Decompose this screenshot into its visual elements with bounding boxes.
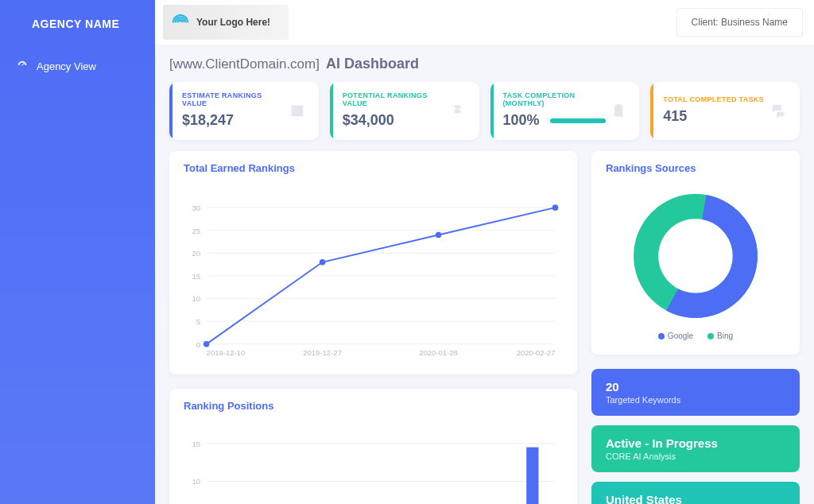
logo-text: Your Logo Here! (196, 17, 270, 28)
tile-status[interactable]: Active - In Progress CORE AI Analysis (591, 425, 800, 472)
card-rankings-sources: Rankings Sources Google Bing (591, 151, 800, 355)
svg-text:2019-12-10: 2019-12-10 (207, 348, 246, 357)
topbar: Your Logo Here! Client: Business Name (155, 0, 814, 45)
tile-label: CORE AI Analysis (606, 452, 785, 461)
svg-point-19 (320, 259, 326, 266)
svg-point-18 (204, 341, 210, 347)
progress-bar (550, 118, 606, 123)
tile-country[interactable]: United States (591, 482, 800, 504)
content: [www.ClientDomain.com] AI Dashboard ESTI… (155, 45, 814, 504)
svg-text:0: 0 (196, 340, 200, 349)
tile-value: Active - In Progress (606, 436, 785, 450)
kpi-label: TASK COMPLETION (MONTHLY) (503, 91, 610, 107)
kpi-label: TOTAL COMPLETED TASKS (663, 95, 764, 103)
legend-item-bing: Bing (707, 331, 733, 340)
svg-text:5: 5 (196, 317, 200, 326)
kpi-estimate-rankings: ESTIMATE RANKINGS VALUE $18,247 (169, 82, 319, 140)
kpi-label: ESTIMATE RANKINGS VALUE (182, 91, 289, 107)
legend-item-google: Google (658, 331, 693, 340)
tile-targeted-keywords[interactable]: 20 Targeted Keywords (591, 369, 800, 416)
svg-text:15: 15 (192, 440, 200, 448)
app-root: AGENCY NAME Agency View Your Logo Here! … (0, 0, 814, 504)
kpi-value: $18,247 (182, 112, 289, 129)
kpi-value-text: 100% (503, 112, 540, 128)
bar-chart: 15 10 (169, 412, 577, 504)
page-title: AI Dashboard (326, 56, 419, 72)
card-title: Rankings Sources (591, 151, 800, 174)
page-title-row: [www.ClientDomain.com] AI Dashboard (169, 56, 800, 72)
sidebar: AGENCY NAME Agency View (0, 0, 155, 504)
calendar-icon (289, 102, 306, 119)
dollar-icon (449, 102, 466, 119)
kpi-value: 100% (503, 112, 610, 129)
card-ranking-positions: Ranking Positions 15 10 (169, 389, 577, 504)
svg-text:10: 10 (192, 294, 200, 303)
gauge-icon (16, 59, 29, 74)
card-title: Total Earned Rankings (169, 151, 577, 174)
svg-text:15: 15 (192, 272, 200, 281)
column-left: Total Earned Rankings (169, 151, 577, 504)
kpi-total-tasks: TOTAL COMPLETED TASKS 415 (650, 82, 800, 140)
donut-chart: Google Bing (591, 174, 800, 355)
kpi-value: 415 (663, 108, 764, 125)
dashboard-grid: Total Earned Rankings (169, 151, 800, 504)
kpi-value: $34,000 (343, 112, 450, 129)
svg-text:20: 20 (192, 249, 200, 258)
svg-text:10: 10 (192, 477, 200, 486)
client-select-button[interactable]: Client: Business Name (676, 8, 803, 37)
card-title: Ranking Positions (169, 389, 577, 412)
svg-text:25: 25 (192, 227, 200, 235)
clipboard-icon (610, 102, 626, 119)
svg-text:30: 30 (192, 204, 200, 212)
kpi-row: ESTIMATE RANKINGS VALUE $18,247 POTENTIA… (169, 82, 800, 140)
svg-point-20 (436, 232, 442, 238)
donut-legend: Google Bing (658, 331, 733, 340)
svg-text:2019-12-27: 2019-12-27 (303, 348, 342, 357)
svg-text:2020-02-27: 2020-02-27 (517, 348, 556, 357)
logo-placeholder: Your Logo Here! (163, 5, 289, 40)
tile-value: United States (606, 493, 785, 504)
kpi-potential-rankings: POTENTIAL RANKINGS VALUE $34,000 (330, 82, 479, 140)
kpi-label: POTENTIAL RANKINGS VALUE (343, 91, 450, 107)
svg-point-21 (552, 204, 559, 211)
tile-value: 20 (606, 380, 785, 394)
sidebar-item-label: Agency View (37, 60, 96, 72)
tile-label: Targeted Keywords (606, 395, 785, 405)
client-domain: [www.ClientDomain.com] (169, 56, 320, 72)
fingerprint-icon (169, 10, 192, 35)
sidebar-item-agency-view[interactable]: Agency View (0, 51, 155, 82)
line-chart: 30 25 20 15 10 5 0 2019-12-10 2019-12-27 (169, 174, 577, 374)
main: Your Logo Here! Client: Business Name [w… (155, 0, 814, 504)
card-earned-rankings: Total Earned Rankings (169, 151, 577, 374)
svg-text:2020-01-28: 2020-01-28 (419, 348, 458, 357)
column-right: Rankings Sources Google Bing (591, 151, 800, 504)
agency-name: AGENCY NAME (0, 0, 155, 51)
chat-icon (769, 102, 787, 119)
kpi-task-completion: TASK COMPLETION (MONTHLY) 100% (490, 82, 640, 140)
svg-rect-27 (526, 448, 538, 504)
